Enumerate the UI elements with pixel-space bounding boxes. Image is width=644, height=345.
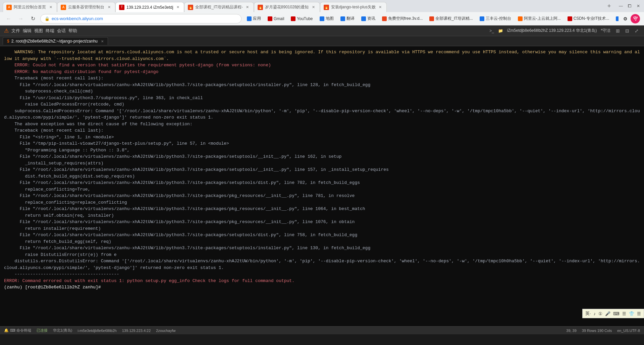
back-button[interactable]: ← <box>4 14 13 23</box>
terminal-line-22: File "/root/.local/share/virtualenvs/zan… <box>4 193 640 199</box>
terminal-line-24: File "/root/.local/share/virtualenvs/zan… <box>4 206 640 212</box>
bookmark-item-2[interactable]: YouTube <box>288 16 315 22</box>
terminal-line-26: File "/root/.local/share/virtualenvs/zan… <box>4 219 640 225</box>
bookmark-favicon-6 <box>382 16 387 21</box>
menu-edit[interactable]: 编辑 <box>23 28 32 34</box>
lock-icon: 🔒 <box>45 16 50 21</box>
bookmark-item-9[interactable]: 阿里云-上云就上阿... <box>515 15 564 22</box>
tab-close-tab6[interactable]: ✕ <box>378 5 383 10</box>
terminal-line-12: Traceback (most recent call last): <box>4 127 640 134</box>
terminal-line-7: raise CalledProcessError(retcode, cmd) <box>4 101 640 108</box>
status-bell: 🔔 ⌨ 命令终端 <box>4 328 31 333</box>
profile-button[interactable]: 守 <box>631 14 640 23</box>
forward-button[interactable]: → <box>16 14 25 23</box>
browser-tab-tab1[interactable]: A阿里云控制台首页✕ <box>3 2 57 12</box>
tab-close-tab3[interactable]: ✕ <box>175 5 180 10</box>
browser-tab-tab4[interactable]: 🔥全部课程_IT培训精品课程-✕ <box>184 2 254 12</box>
browser-tab-tab5[interactable]: 🔥岁月鎏花8901028的通知✕ <box>254 2 320 12</box>
extensions-button[interactable]: ⚙ <box>621 15 629 23</box>
terminal-tab-icon: $ <box>7 39 9 44</box>
bookmark-item-8[interactable]: 三丰云-控制台 <box>477 15 514 22</box>
ime-music: ♪ <box>594 311 596 316</box>
status-location: 华北1(青岛) <box>53 328 72 333</box>
terminal-line-30: File "/root/.local/share/virtualenvs/zan… <box>4 245 640 252</box>
bookmark-item-5[interactable]: 资讯 <box>359 15 378 22</box>
menu-terminal[interactable]: 终端 <box>46 28 54 34</box>
terminal-line-32: distutils.errors.DistutilsError: Command… <box>4 258 640 271</box>
terminal-statusbar: 🔔 ⌨ 命令终端 已连接 华北1(青岛) i-m5e3etdjb8e6e6lll… <box>0 326 644 334</box>
minimize-button[interactable]: — <box>618 3 624 9</box>
bookmark-label-9: 阿里云-上云就上阿... <box>524 16 561 21</box>
browser-tab-tab6[interactable]: 🔥安装django-test-plus失败✕ <box>320 2 387 12</box>
terminal-line-1: ERROR: Could not find a version that sat… <box>4 62 640 69</box>
terminal-tab-active[interactable]: $ 2. root@iZb8e6e6lllb2hZ:~/django-proje… <box>3 37 108 45</box>
terminal-line-21: replace_conflicting=True, <box>4 186 640 193</box>
extension-icons: ⚙ 守 <box>621 14 640 23</box>
tab-title-tab1: 阿里云控制台首页 <box>14 4 46 10</box>
tab-close-tab5[interactable]: ✕ <box>311 5 316 10</box>
bookmark-item-10[interactable]: CSDN-专业IT技术... <box>565 15 612 22</box>
terminal-line-16: File "/root/.local/share/virtualenvs/zan… <box>4 153 640 160</box>
maximize-button[interactable]: ⧠ <box>627 3 633 9</box>
fullscreen-button[interactable]: ⤢ <box>633 27 640 34</box>
terminal-line-0: WARNING: The repository located at mirro… <box>4 49 640 62</box>
ime-lang: 英· <box>585 310 591 317</box>
bookmark-item-0[interactable]: 应用 <box>244 15 264 22</box>
browser-tab-tab2[interactable]: A云服务器管理控制台✕ <box>57 2 115 12</box>
bookmark-label-2: YouTube <box>297 16 313 21</box>
menu-help[interactable]: 帮助 <box>68 28 77 34</box>
bookmark-item-7[interactable]: 全部课程_IT培训精... <box>427 15 475 22</box>
terminal-line-14: File "/tmp/pip-install-v1oawt27/django-t… <box>4 140 640 147</box>
bookmark-favicon-3 <box>320 16 324 21</box>
tab-favicon-tab2: A <box>61 5 66 10</box>
bookmark-item-6[interactable]: 免费空间free.3v.d... <box>379 15 426 22</box>
terminal-logo-icon: ⚠ <box>4 27 9 34</box>
split-vertical-button[interactable]: ⊟ <box>624 27 631 34</box>
refresh-button[interactable]: ↻ <box>28 14 38 23</box>
bookmarks-bar: 应用GmailYouTube地图翻译资讯免费空间free.3v.d...全部课程… <box>244 15 619 22</box>
window-controls: — ⧠ ✕ <box>618 3 641 9</box>
terminal-user-label: *守洁 <box>601 28 610 33</box>
bookmark-item-3[interactable]: 地图 <box>317 15 336 22</box>
tab-close-tab2[interactable]: ✕ <box>106 5 112 10</box>
tab-favicon-tab3: T <box>119 5 124 10</box>
terminal-line-17: _install_setup_requires(attrs) <box>4 160 640 167</box>
split-horizontal-button[interactable]: ⊞ <box>614 27 621 34</box>
terminal-tab-close[interactable]: ✕ <box>101 40 104 43</box>
ime-circled1: ① <box>598 311 602 316</box>
browser-tab-tab3[interactable]: T139.129.223.4 iZm5e3etdj✕ <box>115 2 184 12</box>
bookmark-label-4: 翻译 <box>346 16 355 21</box>
tab-favicon-tab4: 🔥 <box>188 5 193 10</box>
terminal-line-27: return installer(requirement) <box>4 225 640 232</box>
ime-bar: 英· ♪ ① 🎤 ⌨ ☰ 👕 ☰ <box>582 309 644 318</box>
terminal-line-5: subprocess.check_call(cmd) <box>4 88 640 95</box>
menu-session[interactable]: 会话 <box>57 28 66 34</box>
terminal-icon-folder: 📁 <box>498 28 503 33</box>
bookmark-item-4[interactable]: 翻译 <box>338 15 357 22</box>
bookmark-item-11[interactable]: 云虚拟主机·轻港... <box>613 15 619 22</box>
close-button[interactable]: ✕ <box>635 3 641 9</box>
menu-view[interactable]: 视图 <box>34 28 43 34</box>
bookmark-item-1[interactable]: Gmail <box>265 16 287 22</box>
tab-close-tab1[interactable]: ✕ <box>48 5 53 10</box>
terminal-line-4: File "/root/.local/share/virtualenvs/zan… <box>4 82 640 88</box>
bookmark-label-8: 三丰云-控制台 <box>486 16 511 21</box>
tab-close-tab4[interactable]: ✕ <box>245 5 250 10</box>
user-id-label: i-m5e3etdjb8e6e6lllib2h <box>78 329 117 333</box>
address-bar[interactable]: 🔒 ecs-workbench.aliyun.com <box>40 14 241 23</box>
terminal-line-23: replace_conflicting=replace_conflicting <box>4 199 640 206</box>
terminal-content[interactable]: WARNING: The repository located at mirro… <box>0 46 644 326</box>
terminal-line-33: ---------------------------------------- <box>4 271 640 278</box>
status-connection: 已连接 <box>37 328 48 333</box>
menu-file[interactable]: 文件 <box>11 28 20 34</box>
ime-menu2: ☰ <box>637 311 641 316</box>
terminal-line-20: File "/root/.local/share/virtualenvs/zan… <box>4 180 640 186</box>
bookmark-favicon-9 <box>518 16 523 21</box>
location-label: 华北1(青岛) <box>53 328 72 333</box>
bookmark-favicon-8 <box>480 16 484 21</box>
new-tab-button[interactable]: + <box>604 1 614 11</box>
terminal-icon-shell: >_ <box>489 28 494 33</box>
browser-addressbar: ← → ↻ 🔒 ecs-workbench.aliyun.com 应用Gmail… <box>0 12 644 25</box>
terminal-line-15: "Programming Language :: Python :: 3.8", <box>4 147 640 154</box>
terminal-line-18: File "/root/.local/share/virtualenvs/zan… <box>4 166 640 173</box>
